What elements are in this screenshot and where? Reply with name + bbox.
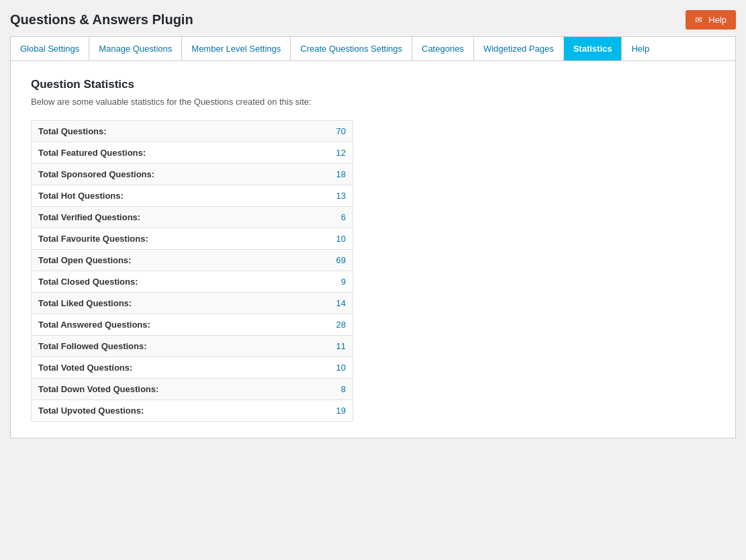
stats-label: Total Upvoted Questions: xyxy=(38,406,326,416)
stats-value: 10 xyxy=(326,363,346,373)
tab-statistics[interactable]: Statistics xyxy=(564,37,622,60)
stats-row: Total Down Voted Questions:8 xyxy=(31,378,353,400)
stats-row: Total Favourite Questions:10 xyxy=(31,228,353,250)
section-description: Below are some valuable statistics for t… xyxy=(31,97,715,107)
stats-row: Total Followed Questions:11 xyxy=(31,335,353,357)
stats-row: Total Open Questions:69 xyxy=(31,249,353,271)
stats-label: Total Answered Questions: xyxy=(38,320,326,330)
envelope-icon xyxy=(695,15,705,25)
content-area: Question Statistics Below are some valua… xyxy=(10,60,736,438)
stats-value: 18 xyxy=(326,169,346,179)
stats-value: 13 xyxy=(326,191,346,201)
stats-label: Total Down Voted Questions: xyxy=(38,384,326,394)
help-button[interactable]: Help xyxy=(686,10,736,30)
stats-value: 14 xyxy=(326,298,346,308)
page-header: Questions & Answers Plugin Help xyxy=(10,10,736,30)
stats-row: Total Upvoted Questions:19 xyxy=(31,400,353,422)
stats-row: Total Voted Questions:10 xyxy=(31,357,353,379)
stats-row: Total Sponsored Questions:18 xyxy=(31,163,353,185)
page-title: Questions & Answers Plugin xyxy=(10,12,193,28)
section-title: Question Statistics xyxy=(31,78,715,91)
stats-label: Total Sponsored Questions: xyxy=(38,169,326,179)
stats-label: Total Liked Questions: xyxy=(38,298,326,308)
stats-label: Total Closed Questions: xyxy=(38,277,326,287)
tab-categories[interactable]: Categories xyxy=(412,37,474,60)
page-wrapper: Questions & Answers Plugin Help Global S… xyxy=(0,0,746,560)
stats-label: Total Followed Questions: xyxy=(38,341,326,351)
stats-row: Total Liked Questions:14 xyxy=(31,292,353,314)
stats-row: Total Answered Questions:28 xyxy=(31,314,353,336)
stats-value: 11 xyxy=(326,341,346,351)
stats-row: Total Featured Questions:12 xyxy=(31,142,353,164)
stats-value: 70 xyxy=(326,126,346,136)
stats-value: 19 xyxy=(326,406,346,416)
stats-label: Total Verified Questions: xyxy=(38,212,326,222)
stats-value: 9 xyxy=(326,277,346,287)
stats-label: Total Featured Questions: xyxy=(38,148,326,158)
stats-value: 28 xyxy=(326,320,346,330)
stats-row: Total Closed Questions:9 xyxy=(31,271,353,293)
stats-table: Total Questions:70Total Featured Questio… xyxy=(31,120,353,422)
stats-value: 69 xyxy=(326,255,346,265)
stats-row: Total Questions:70 xyxy=(31,120,353,142)
tab-manage-questions[interactable]: Manage Questions xyxy=(89,37,182,60)
tab-global-settings[interactable]: Global Settings xyxy=(11,37,89,60)
stats-label: Total Questions: xyxy=(38,126,326,136)
tabs-navigation: Global Settings Manage Questions Member … xyxy=(10,36,736,60)
stats-label: Total Voted Questions: xyxy=(38,363,326,373)
stats-label: Total Hot Questions: xyxy=(38,191,326,201)
tab-create-questions-settings[interactable]: Create Questions Settings xyxy=(291,37,412,60)
tab-member-level-settings[interactable]: Member Level Settings xyxy=(182,37,291,60)
stats-value: 8 xyxy=(326,384,346,394)
stats-label: Total Open Questions: xyxy=(38,255,326,265)
stats-label: Total Favourite Questions: xyxy=(38,234,326,244)
stats-value: 12 xyxy=(326,148,346,158)
stats-value: 6 xyxy=(326,212,346,222)
stats-row: Total Hot Questions:13 xyxy=(31,185,353,207)
tab-widgetized-pages[interactable]: Widgetized Pages xyxy=(474,37,564,60)
tab-help[interactable]: Help xyxy=(622,37,659,60)
help-button-label: Help xyxy=(708,15,727,25)
stats-row: Total Verified Questions:6 xyxy=(31,206,353,228)
stats-value: 10 xyxy=(326,234,346,244)
